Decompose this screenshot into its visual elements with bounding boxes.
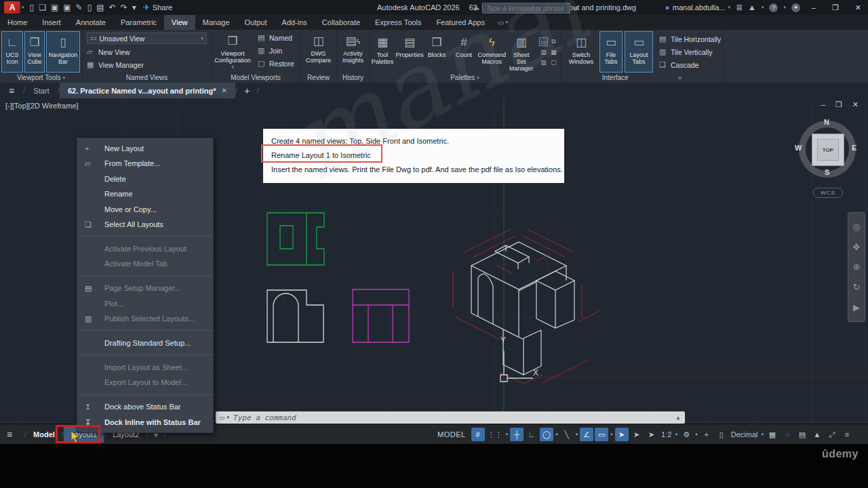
ribbon-tab-parametric[interactable]: Parametric <box>113 15 164 30</box>
viewport-configuration-button[interactable]: ❒ Viewport Configuration ▾ <box>212 30 254 73</box>
menu-item-delete[interactable]: Delete <box>77 171 213 186</box>
share-button[interactable]: ✈ Share <box>143 3 172 12</box>
chevron-down-icon[interactable]: ▾ <box>675 432 678 437</box>
view-cube[interactable]: N W E S TOP <box>799 121 856 178</box>
annotation-scale-label[interactable]: 1:2 <box>660 428 673 441</box>
plot-status-icon[interactable]: ▤ <box>795 428 809 441</box>
navigation-bar[interactable]: ◎✥⊕↻▶ <box>848 212 865 322</box>
compass-south-label[interactable]: S <box>825 168 829 176</box>
annotation-settings-icon[interactable]: ⚙ <box>679 428 693 441</box>
access-caret-icon[interactable]: ▾ <box>762 5 764 10</box>
open-file-icon[interactable]: ❏ <box>39 3 46 12</box>
ribbon-tab-output[interactable]: Output <box>237 15 275 30</box>
assistant-icon[interactable]: ✦ <box>791 3 800 12</box>
ribbon-display-toggle[interactable]: ▭ ▾ <box>498 15 508 30</box>
chevron-down-icon[interactable]: ▾ <box>576 432 578 437</box>
file-tab-menu-icon[interactable]: ≡ <box>0 83 23 98</box>
object-snap-icon[interactable]: ➤ <box>615 428 629 441</box>
object-snap-tracking-icon[interactable]: ∠ <box>580 428 593 441</box>
file-tab-active[interactable]: 62. Practice Named v...ayout and printin… <box>60 83 235 98</box>
pan-icon[interactable]: ✥ <box>853 242 861 252</box>
units-label[interactable]: Decimal <box>730 428 760 441</box>
switch-windows-button[interactable]: ◫ Switch Windows <box>565 31 597 73</box>
drawing-restore-button[interactable]: ❐ <box>835 100 842 109</box>
user-account[interactable]: ● manal.abdulla... ▾ <box>665 3 730 12</box>
tile-horizontally-button[interactable]: ▤ Tile Horizontally <box>655 33 721 45</box>
palette-small-icon[interactable]: ▭ <box>539 37 548 46</box>
sheet-set-manager-button[interactable]: ▥Sheet Set Manager <box>507 31 536 73</box>
menu-item-from-template[interactable]: ▱From Template... <box>77 156 213 171</box>
menu-item-dock-above-status-bar[interactable]: ↥Dock above Status Bar <box>77 399 213 414</box>
new-file-icon[interactable]: ▯ <box>30 3 35 12</box>
maximize-button[interactable]: ❐ <box>832 3 839 12</box>
palette-small-icon[interactable]: ▤ <box>539 47 548 56</box>
view-cube-top-face[interactable]: TOP <box>812 134 844 166</box>
compass-east-label[interactable]: E <box>852 144 856 152</box>
drawing-close-button[interactable]: ✕ <box>852 100 859 109</box>
search-input[interactable] <box>482 3 570 14</box>
view-cube-button[interactable]: ❒ View Cube <box>24 31 45 73</box>
add-scales-icon[interactable]: + <box>700 428 713 441</box>
tool-palettes-button[interactable]: ▦Tool Palettes <box>370 31 395 73</box>
app-store-icon[interactable]: ≣ <box>736 3 743 12</box>
file-tabs-toggle[interactable]: ▭ File Tabs <box>599 31 623 73</box>
view-manager-button[interactable]: ▦ View Manager <box>83 58 211 71</box>
ribbon-tab-insert[interactable]: Insert <box>35 15 68 30</box>
chevron-down-icon[interactable]: ▾ <box>555 432 558 437</box>
named-view-combo[interactable]: ▭ Unsaved View ▾ <box>87 33 207 44</box>
minimize-button[interactable]: – <box>812 3 816 12</box>
orbit-icon[interactable]: ↻ <box>853 282 861 292</box>
chevron-down-icon[interactable]: ▾ <box>761 432 764 437</box>
tile-vertically-button[interactable]: ▥ Tile Vertically <box>655 45 721 58</box>
close-tab-icon[interactable]: ✕ <box>222 87 227 94</box>
properties-button[interactable]: ▤Properties <box>397 31 422 73</box>
snap-3d-icon[interactable]: ➤ <box>645 428 658 441</box>
viewport-controls-label[interactable]: [-][Top][2D Wireframe] <box>5 102 79 110</box>
command-line[interactable]: ▭ ▾ Type a command ▲ <box>216 411 685 424</box>
count-button[interactable]: #Count <box>451 31 477 73</box>
menu-item-move-or-copy[interactable]: Move or Copy... <box>77 202 213 217</box>
command-input[interactable]: Type a command <box>233 413 675 422</box>
layout-tabs-toggle[interactable]: ▭ Layout Tabs <box>625 31 653 73</box>
panel-label-viewport-tools[interactable]: Viewport Tools▾ <box>0 73 82 83</box>
cascade-button[interactable]: ❏ Cascade <box>655 58 721 71</box>
undo-icon[interactable]: ↶ <box>109 3 116 12</box>
palette-small-icon[interactable]: ▦ <box>549 47 558 56</box>
full-navigation-wheel-icon[interactable]: ◎ <box>852 222 860 232</box>
palette-small-icon[interactable]: ▢ <box>549 58 558 66</box>
compass-north-label[interactable]: N <box>824 118 829 126</box>
join-viewports-button[interactable]: ▥ Join <box>254 44 294 57</box>
palette-small-icon[interactable]: ▥ <box>539 58 548 66</box>
new-view-button[interactable]: ▱ New View <box>83 45 211 58</box>
chevron-down-icon[interactable]: ▾ <box>506 432 509 437</box>
redo-icon[interactable]: ↷ <box>121 3 127 12</box>
mobile-icon[interactable]: ▯ <box>87 3 92 12</box>
menu-item-rename[interactable]: Rename <box>77 186 213 201</box>
command-history-up-icon[interactable]: ▲ <box>675 415 681 421</box>
showmotion-icon[interactable]: ▶ <box>853 302 860 312</box>
wcs-dropdown[interactable]: WCS <box>813 188 843 198</box>
navigation-bar-button[interactable]: ▯ Navigation Bar <box>46 31 80 73</box>
grid-display-icon[interactable]: # <box>471 428 485 441</box>
save-icon[interactable]: ▣ <box>51 3 58 12</box>
menu-item-drafting-standard-setup[interactable]: Drafting Standard Setup... <box>77 336 213 350</box>
ortho-mode-icon[interactable]: ∟ <box>525 428 538 441</box>
help-icon[interactable]: ? <box>769 3 778 12</box>
menu-item-new-layout[interactable]: +New Layout <box>77 141 213 156</box>
command-line-icon[interactable]: ▭ <box>219 414 225 421</box>
drawing-minimize-button[interactable]: – <box>821 100 825 109</box>
ribbon-tab-collaborate[interactable]: Collaborate <box>315 15 368 30</box>
graphics-performance-icon[interactable]: ▲ <box>810 428 824 441</box>
ribbon-tab-annotate[interactable]: Annotate <box>68 15 113 30</box>
plot-icon[interactable]: ✎ <box>76 3 83 12</box>
named-viewports-button[interactable]: ▤ Named <box>254 31 294 44</box>
layout-tab-menu-icon[interactable]: ≡ <box>7 429 12 440</box>
panel-expander-icon[interactable]: » <box>678 74 682 81</box>
menu-item-select-all-layouts[interactable]: ❏Select All Layouts <box>77 217 213 232</box>
clean-screen-icon[interactable]: ⤢ <box>825 428 839 441</box>
units-ruler-icon[interactable]: ▯ <box>715 428 728 441</box>
model-space-badge[interactable]: MODEL <box>437 430 466 439</box>
palette-small-icon[interactable]: ⧉ <box>549 37 558 46</box>
qat-customize-icon[interactable]: ▾ <box>132 3 136 12</box>
ribbon-tab-view[interactable]: View <box>164 15 195 30</box>
